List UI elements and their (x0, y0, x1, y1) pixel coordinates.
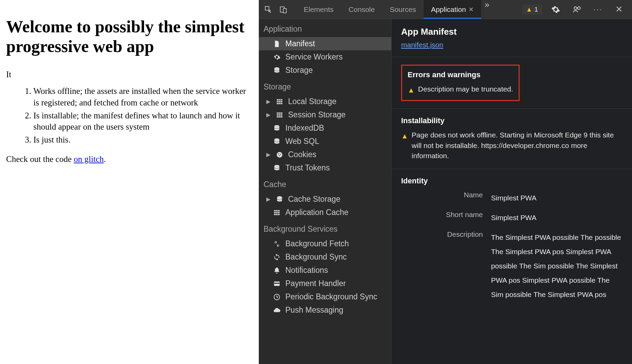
sidebar-item-push-messaging[interactable]: Push Messaging (259, 303, 391, 317)
field-value: Simplest PWA (491, 191, 622, 205)
sidebar-item-label: Application Cache (285, 208, 348, 217)
devtools: Elements Console Sources Application ✕ »… (259, 0, 632, 364)
list-item: Is just this. (33, 134, 253, 146)
device-toggle-icon[interactable] (276, 3, 290, 16)
sidebar-item-cookies[interactable]: ▶Cookies (259, 148, 391, 161)
errors-highlight: Errors and warnings ▲ Description may be… (401, 65, 520, 101)
warning-count: 1 (534, 6, 538, 13)
manifest-link[interactable]: manifest.json (401, 41, 443, 49)
svg-point-8 (278, 153, 279, 154)
db-icon (272, 164, 281, 172)
errors-warning-text: Description may be truncated. (418, 84, 513, 94)
svg-point-9 (280, 154, 281, 155)
field-value: Simplest PWA (491, 211, 622, 225)
sidebar-item-background-fetch[interactable]: Background Fetch (259, 237, 391, 250)
sidebar-item-service-workers[interactable]: Service Workers (259, 50, 391, 64)
field-label: Description (401, 230, 483, 302)
errors-title: Errors and warnings (408, 70, 513, 79)
sidebar-item-background-sync[interactable]: Background Sync (259, 250, 391, 264)
devtools-tabs: Elements Console Sources Application ✕ » (296, 0, 493, 19)
sidebar-item-session-storage[interactable]: ▶Session Storage (259, 108, 391, 121)
warning-icon: ▲ (526, 6, 533, 13)
sidebar-item-manifest[interactable]: Manifest (259, 37, 391, 50)
field-label: Name (401, 191, 483, 205)
sidebar-item-notifications[interactable]: Notifications (259, 264, 391, 277)
tab-console[interactable]: Console (341, 0, 382, 19)
svg-rect-1 (283, 9, 286, 13)
svg-point-3 (578, 7, 580, 10)
svg-point-10 (279, 155, 280, 156)
chevron-right-icon: ▶ (266, 151, 271, 158)
feedback-icon[interactable] (570, 3, 584, 16)
glitch-link[interactable]: on glitch (74, 154, 104, 164)
sidebar-item-payment-handler[interactable]: Payment Handler (259, 277, 391, 290)
sidebar-item-label: Periodic Background Sync (285, 292, 377, 301)
sidebar-item-label: Session Storage (288, 110, 346, 119)
sidebar-item-label: Cookies (288, 150, 316, 159)
sidebar-item-label: Notifications (285, 266, 328, 275)
page-outro: Check out the code on glitch. (6, 154, 253, 164)
sidebar-item-label: Manifest (285, 39, 315, 48)
chevron-right-icon: ▶ (266, 98, 271, 105)
more-icon[interactable]: ··· (591, 3, 605, 16)
sidebar-item-label: Payment Handler (285, 279, 346, 288)
sidebar-item-label: IndexedDB (285, 123, 324, 133)
sidebar-item-indexeddb[interactable]: IndexedDB (259, 121, 391, 135)
db-icon (272, 66, 281, 75)
close-devtools-icon[interactable]: ✕ (612, 3, 626, 16)
page-list: Works offline; the assets are installed … (6, 85, 253, 146)
close-icon[interactable]: ✕ (469, 6, 474, 13)
installability-title: Installability (401, 116, 622, 125)
sidebar-item-label: Storage (285, 66, 313, 75)
tab-sources[interactable]: Sources (382, 0, 424, 19)
page-intro: It (6, 70, 253, 79)
svg-point-5 (274, 125, 280, 127)
svg-point-6 (274, 138, 280, 140)
field-row: Short name Simplest PWA (401, 211, 622, 225)
cloud-icon (272, 306, 281, 314)
identity-section: Identity Name Simplest PWA Short name Si… (392, 169, 632, 315)
svg-point-11 (274, 165, 280, 167)
identity-title: Identity (401, 177, 622, 185)
sidebar-item-local-storage[interactable]: ▶Local Storage (259, 95, 391, 108)
sidebar-item-cache-storage[interactable]: ▶Cache Storage (259, 193, 391, 206)
sync-icon (272, 253, 281, 261)
grid-icon (272, 209, 281, 217)
settings-icon[interactable] (549, 3, 563, 16)
chevron-right-icon: ▶ (266, 112, 271, 118)
manifest-header: App Manifest manifest.json (392, 19, 632, 57)
list-item: Is installable; the manifest defines wha… (33, 110, 253, 133)
svg-point-2 (574, 7, 577, 10)
manifest-detail: App Manifest manifest.json Errors and wa… (392, 19, 632, 364)
fetch-icon (272, 240, 281, 248)
installability-section: Installability ▲ Page does not work offl… (392, 109, 632, 169)
sidebar-item-storage[interactable]: Storage (259, 64, 391, 77)
sidebar-item-application-cache[interactable]: Application Cache (259, 206, 391, 219)
sidebar-item-label: Cache Storage (288, 195, 340, 204)
field-value: The Simplest PWA possible The possible T… (491, 230, 622, 302)
tabs-overflow-icon[interactable]: » (481, 0, 492, 19)
cookie-icon (275, 151, 284, 159)
sidebar-item-web-sql[interactable]: Web SQL (259, 135, 391, 148)
inspect-element-icon[interactable] (262, 3, 275, 16)
svg-point-7 (277, 152, 283, 158)
tab-application[interactable]: Application ✕ (424, 0, 481, 19)
db-icon (275, 195, 284, 203)
warning-badge[interactable]: ▲ 1 (522, 4, 542, 15)
sidebar-item-label: Background Sync (285, 252, 347, 262)
grid-icon (275, 111, 284, 119)
devtools-toolbar: Elements Console Sources Application ✕ »… (259, 0, 632, 19)
sidebar-item-label: Background Fetch (285, 239, 349, 248)
panel-title: App Manifest (401, 27, 622, 37)
grid-icon (275, 98, 284, 106)
chevron-right-icon: ▶ (266, 196, 271, 202)
tab-elements[interactable]: Elements (296, 0, 341, 19)
sidebar-item-trust-tokens[interactable]: Trust Tokens (259, 161, 391, 175)
warning-icon: ▲ (408, 85, 415, 95)
db-icon (272, 124, 281, 132)
sidebar-group-title: Background Services (259, 219, 391, 237)
list-item: Works offline; the assets are installed … (33, 85, 253, 109)
svg-rect-14 (274, 283, 280, 284)
sidebar-item-periodic-background-sync[interactable]: Periodic Background Sync (259, 290, 391, 303)
application-sidebar: ApplicationManifestService WorkersStorag… (259, 19, 392, 364)
